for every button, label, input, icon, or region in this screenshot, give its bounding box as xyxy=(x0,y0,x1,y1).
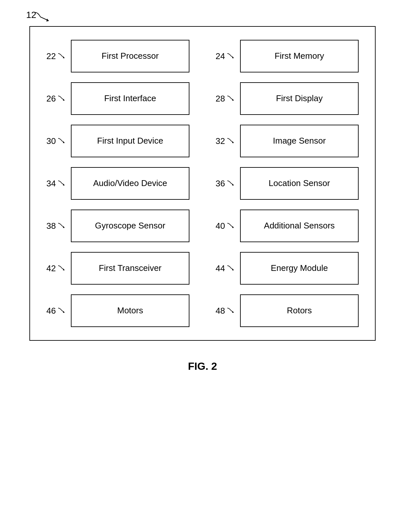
arrow-icon-40 xyxy=(226,223,235,229)
figure-ref-label: 12 xyxy=(26,10,36,20)
box-label-40: Additional Sensors xyxy=(264,220,335,231)
figure-caption: FIG. 2 xyxy=(188,360,217,372)
box-label-44: Energy Module xyxy=(271,262,328,274)
box-label-30: First Input Device xyxy=(97,135,163,147)
ref-arrow-icon xyxy=(35,11,54,23)
cell-30: 30First Input Device xyxy=(46,125,189,157)
label-44: 44 xyxy=(216,263,235,274)
label-32: 32 xyxy=(216,136,235,146)
box-28: First Display xyxy=(240,82,359,115)
arrow-icon-44 xyxy=(226,265,235,272)
box-30: First Input Device xyxy=(71,125,189,157)
box-44: Energy Module xyxy=(240,252,359,285)
diagram-box: 22First Processor24First Memory26First I… xyxy=(29,26,376,341)
num-44: 44 xyxy=(216,263,225,274)
label-42: 42 xyxy=(46,263,66,274)
num-40: 40 xyxy=(216,221,225,231)
num-26: 26 xyxy=(46,94,56,104)
num-48: 48 xyxy=(216,306,225,316)
box-label-32: Image Sensor xyxy=(273,135,326,147)
num-38: 38 xyxy=(46,221,56,231)
box-22: First Processor xyxy=(71,40,189,72)
arrow-icon-42 xyxy=(57,265,66,272)
cell-36: 36Location Sensor xyxy=(216,167,359,200)
arrow-icon-28 xyxy=(226,95,235,102)
cell-34: 34Audio/Video Device xyxy=(46,167,189,200)
box-label-36: Location Sensor xyxy=(269,178,330,189)
box-48: Rotors xyxy=(240,294,359,327)
num-32: 32 xyxy=(216,136,225,146)
arrow-icon-38 xyxy=(57,223,66,229)
cell-40: 40Additional Sensors xyxy=(216,210,359,242)
arrow-icon-32 xyxy=(226,138,235,144)
box-36: Location Sensor xyxy=(240,167,359,200)
label-34: 34 xyxy=(46,179,66,189)
cell-48: 48Rotors xyxy=(216,294,359,327)
box-38: Gyroscope Sensor xyxy=(71,210,189,242)
cell-24: 24First Memory xyxy=(216,40,359,72)
svg-marker-0 xyxy=(46,19,49,22)
box-label-48: Rotors xyxy=(287,305,312,316)
label-28: 28 xyxy=(216,94,235,104)
num-30: 30 xyxy=(46,136,56,146)
label-46: 46 xyxy=(46,306,66,316)
label-36: 36 xyxy=(216,179,235,189)
label-24: 24 xyxy=(216,51,235,61)
box-46: Motors xyxy=(71,294,189,327)
label-40: 40 xyxy=(216,221,235,231)
cell-22: 22First Processor xyxy=(46,40,189,72)
label-48: 48 xyxy=(216,306,235,316)
box-24: First Memory xyxy=(240,40,359,72)
box-32: Image Sensor xyxy=(240,125,359,157)
cell-42: 42First Transceiver xyxy=(46,252,189,285)
arrow-icon-24 xyxy=(226,53,235,59)
num-36: 36 xyxy=(216,179,225,189)
num-42: 42 xyxy=(46,263,56,274)
arrow-icon-34 xyxy=(57,180,66,187)
box-label-42: First Transceiver xyxy=(99,262,161,274)
box-label-24: First Memory xyxy=(275,50,324,62)
arrow-icon-48 xyxy=(226,307,235,314)
box-label-46: Motors xyxy=(117,305,143,316)
cell-38: 38Gyroscope Sensor xyxy=(46,210,189,242)
box-label-22: First Processor xyxy=(102,50,159,62)
label-26: 26 xyxy=(46,94,66,104)
arrow-icon-26 xyxy=(57,95,66,102)
arrow-icon-46 xyxy=(57,307,66,314)
label-22: 22 xyxy=(46,51,66,61)
label-38: 38 xyxy=(46,221,66,231)
num-46: 46 xyxy=(46,306,56,316)
cell-44: 44Energy Module xyxy=(216,252,359,285)
num-22: 22 xyxy=(46,51,56,61)
cell-28: 28First Display xyxy=(216,82,359,115)
box-34: Audio/Video Device xyxy=(71,167,189,200)
label-30: 30 xyxy=(46,136,66,146)
arrow-icon-36 xyxy=(226,180,235,187)
box-label-28: First Display xyxy=(276,93,323,104)
arrow-icon-30 xyxy=(57,138,66,144)
num-34: 34 xyxy=(46,179,56,189)
num-24: 24 xyxy=(216,51,225,61)
box-label-34: Audio/Video Device xyxy=(93,178,167,189)
box-label-38: Gyroscope Sensor xyxy=(95,220,165,231)
figure-container: 12 22First Processor24First Memory26Firs… xyxy=(26,10,379,372)
arrow-icon-22 xyxy=(57,53,66,59)
box-26: First Interface xyxy=(71,82,189,115)
box-42: First Transceiver xyxy=(71,252,189,285)
cell-46: 46Motors xyxy=(46,294,189,327)
cell-32: 32Image Sensor xyxy=(216,125,359,157)
box-label-26: First Interface xyxy=(104,93,156,104)
component-grid: 22First Processor24First Memory26First I… xyxy=(46,40,359,327)
num-28: 28 xyxy=(216,94,225,104)
cell-26: 26First Interface xyxy=(46,82,189,115)
box-40: Additional Sensors xyxy=(240,210,359,242)
